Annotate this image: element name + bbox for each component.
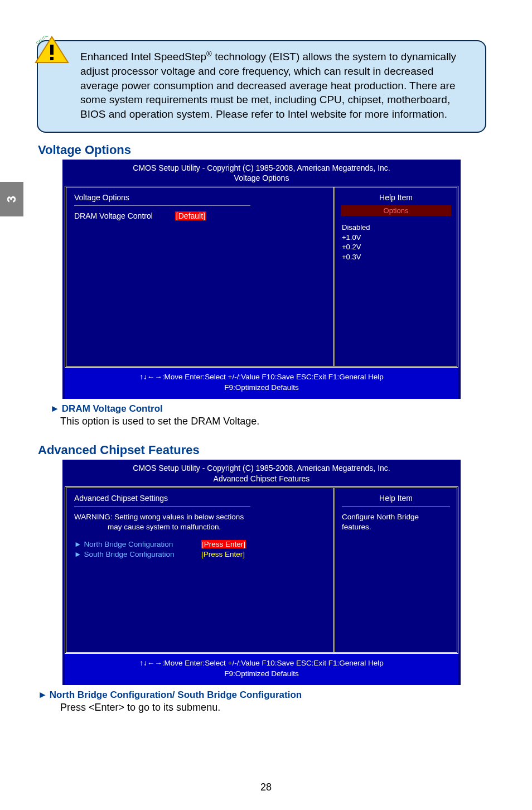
- bios-header: CMOS Setup Utility - Copyright (C) 1985-…: [62, 160, 461, 186]
- triangle-icon: ►: [38, 690, 47, 700]
- bios-header-line1: CMOS Setup Utility - Copyright (C) 1985-…: [62, 163, 461, 173]
- option-2: +0.2V: [342, 242, 450, 252]
- options-list: Disabled +1.0V +0.2V +0.3V: [342, 223, 450, 262]
- dram-voltage-control-desc: This option is used to set the DRAM Volt…: [60, 416, 486, 427]
- south-bridge-label: ►South Bridge Configuration: [74, 550, 191, 558]
- warning-line1: WARNING: Setting wrong values in below s…: [74, 512, 326, 522]
- help-item-title: Help Item: [342, 193, 450, 202]
- bridge-config-desc: Press <Enter> to go to its submenu.: [60, 702, 486, 713]
- bios2-header-line2: Advanced Chipset Features: [62, 474, 461, 484]
- dram-voltage-control-title: DRAM Voltage Control: [62, 403, 163, 414]
- triangle-icon: ►: [74, 540, 81, 548]
- north-bridge-value: [Press Enter]: [201, 540, 246, 548]
- registered-symbol: ®: [206, 50, 212, 58]
- options-header: Options: [341, 205, 451, 216]
- divider: [342, 506, 450, 507]
- south-bridge-value: [Press Enter]: [201, 550, 245, 558]
- page-number: 28: [0, 782, 532, 793]
- caution-icon: CAUTION: [35, 36, 69, 65]
- divider: [74, 205, 250, 206]
- bios-voltage-options-screen: CMOS Setup Utility - Copyright (C) 1985-…: [62, 160, 461, 399]
- option-3: +0.3V: [342, 252, 450, 262]
- south-bridge-text: South Bridge Configuration: [84, 550, 174, 558]
- bios2-footer-line2: F9:Optimized Defaults: [71, 669, 452, 679]
- triangle-icon: ►: [50, 403, 60, 414]
- north-bridge-text: North Bridge Configuration: [84, 540, 173, 548]
- bios-warning: WARNING: Setting wrong values in below s…: [74, 512, 326, 532]
- bios2-left-panel: Advanced Chipset Settings WARNING: Setti…: [66, 488, 335, 652]
- bios-footer: ↑↓←→:Move Enter:Select +/-/:Value F10:Sa…: [65, 368, 458, 399]
- bios2-left-title: Advanced Chipset Settings: [74, 494, 326, 503]
- dram-voltage-label: DRAM Voltage Control: [74, 211, 153, 220]
- help-text: Configure North Bridge features.: [342, 512, 450, 532]
- bios-header-2: CMOS Setup Utility - Copyright (C) 1985-…: [62, 460, 461, 486]
- bios-left-title: Voltage Options: [74, 193, 326, 202]
- svg-rect-2: [50, 57, 54, 60]
- help-item-title-2: Help Item: [342, 494, 450, 503]
- bios2-footer-line1: ↑↓←→:Move Enter:Select +/-/:Value F10:Sa…: [71, 658, 452, 669]
- triangle-icon: ►: [74, 550, 81, 558]
- bios-help-panel: Help Item Options Disabled +1.0V +0.2V +…: [335, 187, 457, 366]
- bios-advanced-chipset-screen: CMOS Setup Utility - Copyright (C) 1985-…: [62, 460, 461, 685]
- bridge-config-heading: ►North Bridge Configuration/ South Bridg…: [38, 690, 486, 701]
- dram-voltage-control-heading: ►DRAM Voltage Control: [50, 403, 486, 414]
- divider: [74, 506, 250, 507]
- option-disabled: Disabled: [342, 223, 450, 233]
- bios2-footer: ↑↓←→:Move Enter:Select +/-/:Value F10:Sa…: [65, 654, 458, 685]
- option-1: +1.0V: [342, 233, 450, 243]
- north-bridge-label: ►North Bridge Configuration: [74, 540, 191, 548]
- chapter-tab: 3: [0, 182, 23, 216]
- caution-box: CAUTION Enhanced Intel SpeedStep® techno…: [37, 40, 486, 133]
- bios-footer-line1: ↑↓←→:Move Enter:Select +/-/:Value F10:Sa…: [71, 372, 452, 383]
- bridge-config-title: North Bridge Configuration/ South Bridge…: [50, 690, 302, 700]
- bios-footer-line2: F9:Optimized Defaults: [71, 383, 452, 393]
- bios-header-line2: Voltage Options: [62, 173, 461, 184]
- svg-rect-1: [50, 45, 54, 55]
- caution-text: Enhanced Intel SpeedStep® technology (EI…: [80, 49, 470, 122]
- warning-line2: may cause system to malfunction.: [74, 522, 326, 532]
- bios2-help-panel: Help Item Configure North Bridge feature…: [335, 488, 457, 652]
- bios2-header-line1: CMOS Setup Utility - Copyright (C) 1985-…: [62, 463, 461, 474]
- section-advanced-chipset-title: Advanced Chipset Features: [38, 443, 486, 457]
- chapter-number: 3: [4, 196, 19, 202]
- section-voltage-options-title: Voltage Options: [38, 143, 486, 157]
- dram-voltage-value: [Default]: [175, 211, 206, 220]
- caution-text-part1: Enhanced Intel SpeedStep: [80, 51, 206, 62]
- bios-left-panel: Voltage Options DRAM Voltage Control [De…: [66, 187, 335, 366]
